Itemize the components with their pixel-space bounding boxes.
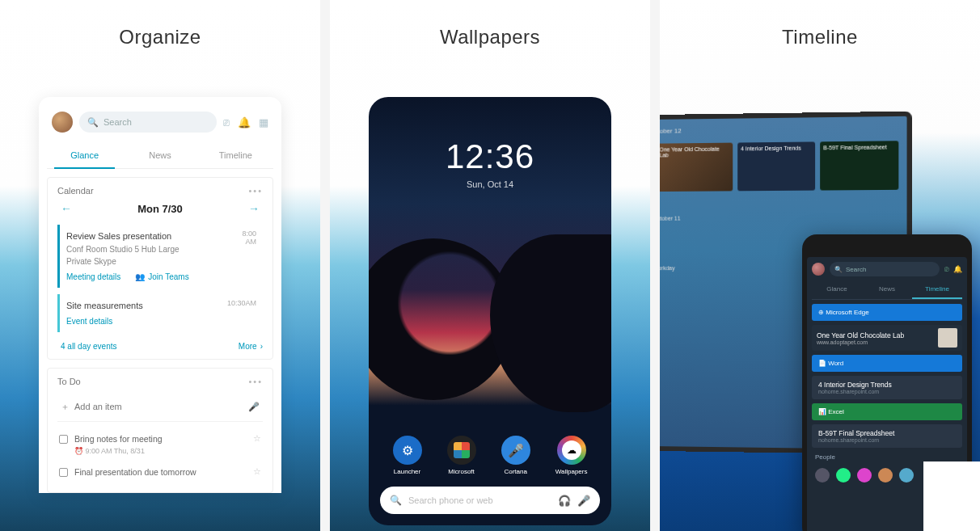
laptop-card[interactable]: One Year Old Chocolate Lab	[660, 143, 733, 192]
join-teams-link[interactable]: 👥 Join Teams	[135, 271, 188, 283]
tab-glance[interactable]: Glance	[812, 280, 862, 299]
calendar-title: Calendar	[57, 186, 94, 196]
wallpaper-decoration	[490, 234, 611, 412]
avatar[interactable]	[52, 112, 73, 133]
tabs: Glance News Timeline	[47, 144, 273, 169]
search-icon: 🔍	[87, 117, 99, 128]
event-time-ampm: AM	[242, 238, 256, 246]
laptop-label: Workday	[660, 265, 681, 271]
avatar[interactable]	[815, 468, 830, 483]
organize-phone: 🔍 Search ⎚ 🔔 ▦ Glance News Timeline Cale…	[39, 97, 281, 493]
wallpaper-phone: 12:36 Sun, Oct 14 ⚙ Launcher Microsoft 🎤…	[369, 97, 611, 525]
search-input[interactable]: 🔍 Search phone or web 🎧 🎤	[380, 487, 600, 514]
tl-tabs: Glance News Timeline	[812, 280, 962, 300]
todo-item[interactable]: Final presentation due tomorrow ☆	[57, 461, 263, 484]
tl-app-header: ⊕ Microsoft Edge	[812, 304, 962, 321]
search-placeholder: Search	[103, 117, 132, 127]
avatar[interactable]	[857, 468, 872, 483]
panel-title-organize: Organize	[119, 26, 201, 48]
panel-wallpapers: Wallpapers 12:36 Sun, Oct 14 ⚙ Launcher …	[330, 0, 650, 531]
app-cortana[interactable]: 🎤 Cortana	[501, 436, 530, 475]
laptop-date: October 12	[660, 127, 682, 134]
search-input[interactable]: 🔍 Search	[830, 262, 940, 276]
todo-text: Bring notes for meeting	[74, 433, 247, 446]
mic-icon[interactable]: 🎤	[248, 402, 260, 412]
app-microsoft[interactable]: Microsoft	[447, 436, 476, 475]
search-placeholder: Search phone or web	[408, 495, 551, 505]
event-time: 8:00	[242, 230, 256, 238]
people-label: People	[812, 452, 962, 461]
tl-item[interactable]: One Year Old Chocolate Lab www.adoptapet…	[812, 325, 962, 351]
app-launcher[interactable]: ⚙ Launcher	[393, 436, 422, 475]
star-icon[interactable]: ☆	[253, 433, 261, 443]
star-icon[interactable]: ☆	[253, 466, 261, 476]
chevron-right-icon: ›	[260, 342, 263, 351]
tab-glance[interactable]: Glance	[47, 144, 122, 168]
search-icon: 🔍	[834, 266, 843, 273]
next-arrow-icon[interactable]: →	[245, 202, 263, 215]
app-row: ⚙ Launcher Microsoft 🎤 Cortana Wallpaper…	[380, 436, 600, 475]
calendar-date: Mon 7/30	[137, 203, 183, 215]
panel-title-wallpapers: Wallpapers	[440, 26, 540, 48]
avatar[interactable]	[836, 468, 851, 483]
tab-timeline[interactable]: Timeline	[912, 280, 962, 299]
microsoft-icon	[447, 436, 476, 465]
calendar-event[interactable]: Review Sales presentation Conf Room Stud…	[57, 225, 263, 288]
mic-icon[interactable]: 🎤	[577, 495, 590, 507]
event-time: 10:30AM	[227, 299, 256, 307]
allday-row: 4 all day events More ›	[57, 339, 263, 351]
laptop-label: October 11	[660, 216, 681, 221]
tl-item[interactable]: B-59T Final Spreadsheet nohome.sharepoin…	[812, 424, 962, 448]
todo-text: Final presentation due tomorrow	[74, 466, 247, 479]
headset-icon[interactable]: 🎧	[558, 495, 571, 507]
tl-app-header: 📊 Excel	[812, 403, 962, 420]
event-loc: Conf Room Studio 5 Hub Large	[66, 243, 189, 255]
tl-app-header: 📄 Word	[812, 355, 962, 372]
calendar-card: Calendar ••• ← Mon 7/30 → Review Sales p…	[47, 177, 273, 360]
prev-arrow-icon[interactable]: ←	[57, 202, 75, 215]
tl-item[interactable]: 4 Interior Design Trends nohome.sharepoi…	[812, 376, 962, 399]
overlay-block	[923, 461, 980, 531]
teams-icon: 👥	[135, 271, 145, 283]
event-details-link[interactable]: Event details	[66, 315, 112, 327]
more-icon[interactable]: •••	[248, 377, 263, 386]
calendar-event[interactable]: Site measurements Event details 10:30AM	[57, 294, 263, 333]
allday-count[interactable]: 4 all day events	[61, 342, 117, 351]
clock: 12:36	[446, 137, 534, 176]
tab-timeline[interactable]: Timeline	[198, 144, 273, 168]
org-header: 🔍 Search ⎚ 🔔 ▦	[47, 108, 273, 136]
clock-date: Sun, Oct 14	[467, 179, 513, 189]
calendar-nav: ← Mon 7/30 →	[57, 202, 263, 215]
plus-icon: ＋	[61, 402, 70, 411]
more-link[interactable]: More ›	[239, 342, 263, 351]
panel-organize: Organize 🔍 Search ⎚ 🔔 ▦ Glance News Time…	[0, 0, 320, 531]
event-loc2: Private Skype	[66, 255, 189, 268]
todo-item[interactable]: Bring notes for meeting ⏰ 9:00 AM Thu, 8…	[57, 428, 263, 461]
meeting-details-link[interactable]: Meeting details	[66, 271, 120, 283]
todo-card: To Do ••• ＋Add an item 🎤 Bring notes for…	[47, 368, 273, 493]
app-wallpapers[interactable]: Wallpapers	[555, 436, 588, 475]
search-input[interactable]: 🔍 Search	[79, 112, 217, 133]
laptop-card[interactable]: B-59T Final Spreadsheet	[820, 141, 898, 190]
laptop-card[interactable]: 4 Interior Design Trends	[737, 141, 815, 191]
tab-news[interactable]: News	[122, 144, 197, 168]
search-icon: 🔍	[390, 495, 402, 506]
avatar[interactable]	[812, 263, 825, 276]
word-icon: 📄	[818, 360, 828, 367]
checkbox-icon[interactable]	[59, 468, 68, 477]
camera-icon[interactable]: ⎚	[223, 116, 230, 129]
panel-timeline: Timeline October 12 One Year Old Chocola…	[660, 0, 980, 531]
event-title: Site measurements	[66, 299, 143, 313]
camera-icon[interactable]: ⎚	[944, 265, 948, 273]
bell-icon[interactable]: 🔔	[953, 265, 962, 273]
avatar[interactable]	[899, 468, 914, 483]
qr-icon[interactable]: ▦	[259, 116, 268, 129]
launcher-icon: ⚙	[393, 436, 422, 465]
bell-icon[interactable]: 🔔	[238, 116, 251, 129]
more-icon[interactable]: •••	[248, 186, 263, 196]
tab-news[interactable]: News	[862, 280, 912, 299]
todo-add[interactable]: ＋Add an item 🎤	[57, 393, 263, 422]
checkbox-icon[interactable]	[59, 435, 68, 444]
tl-header: 🔍 Search ⎚ 🔔	[812, 262, 962, 276]
avatar[interactable]	[878, 468, 893, 483]
